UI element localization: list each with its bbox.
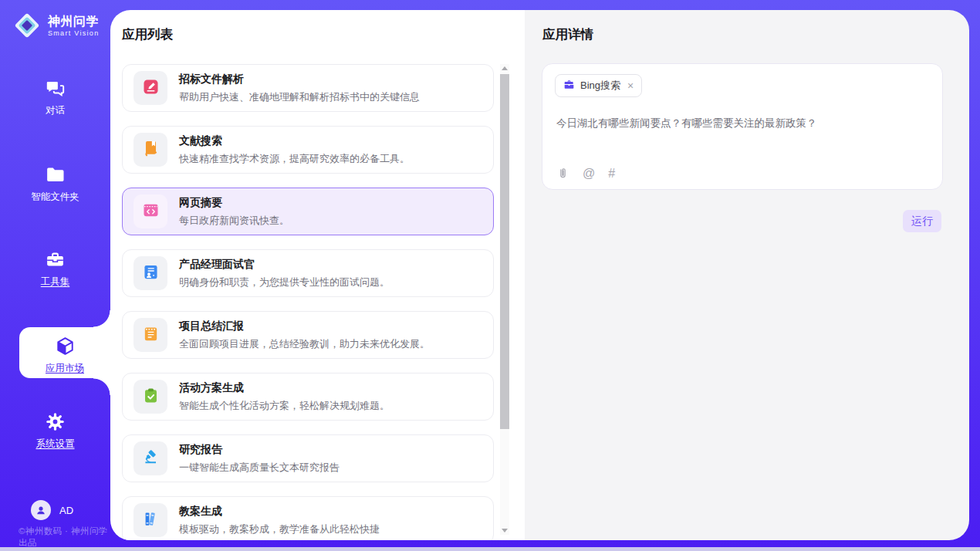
tool-tag-label: Bing搜索 bbox=[580, 79, 620, 93]
notepad-icon bbox=[142, 325, 160, 346]
app-name: 招标文件解析 bbox=[179, 73, 420, 86]
app-description: 明确身份和职责，为您提供专业性的面试问题。 bbox=[179, 276, 390, 289]
sidebar: 神州问学 Smart Vision 对话 智能文件夹 工具集 应用市场 系统设置… bbox=[0, 0, 110, 547]
app-detail-panel: 应用详情 Bing搜索 × 今日湖北有哪些新闻要点？有哪些需要关注的最新政策？ … bbox=[525, 10, 969, 540]
app-list-item[interactable]: 招标文件解析 帮助用户快速、准确地理解和解析招标书中的关键信息 bbox=[122, 64, 494, 112]
app-list-item[interactable]: 活动方案生成 智能生成个性化活动方案，轻松解决规划难题。 bbox=[122, 373, 494, 421]
scrollbar-thumb[interactable] bbox=[500, 74, 509, 429]
app-detail-title: 应用详情 bbox=[542, 26, 593, 43]
attachment-icon[interactable] bbox=[556, 167, 569, 180]
prompt-input[interactable]: 今日湖北有哪些新闻要点？有哪些需要关注的最新政策？ bbox=[556, 117, 928, 130]
user-label: AD bbox=[59, 505, 73, 516]
app-name: 产品经理面试官 bbox=[179, 258, 390, 272]
app-window: 神州问学 Smart Vision 对话 智能文件夹 工具集 应用市场 系统设置… bbox=[0, 0, 980, 551]
sidebar-item-folder[interactable]: 智能文件夹 bbox=[0, 164, 110, 204]
app-list-item[interactable]: 产品经理面试官 明确身份和职责，为您提供专业性的面试问题。 bbox=[122, 249, 494, 297]
brand-logo: 神州问学 Smart Vision bbox=[12, 10, 99, 41]
hashtag-icon[interactable]: # bbox=[608, 167, 615, 180]
app-description: 智能生成个性化活动方案，轻松解决规划难题。 bbox=[179, 399, 390, 413]
brand-subtitle: Smart Vision bbox=[48, 29, 99, 37]
app-description: 帮助用户快速、准确地理解和解析招标书中的关键信息 bbox=[179, 90, 420, 104]
app-list-item[interactable]: 教案生成 模板驱动，教案秒成，教学准备从此轻松快捷 bbox=[122, 496, 494, 540]
app-description: 快速精准查找学术资源，提高研究效率的必备工具。 bbox=[179, 152, 410, 166]
app-description: 模板驱动，教案秒成，教学准备从此轻松快捷 bbox=[179, 522, 380, 536]
books-icon bbox=[142, 510, 160, 531]
sidebar-item-cube[interactable]: 应用市场 bbox=[19, 327, 110, 378]
app-description: 全面回顾项目进展，总结经验教训，助力未来优化发展。 bbox=[179, 337, 430, 351]
app-name: 网页摘要 bbox=[179, 196, 289, 210]
chat-icon bbox=[0, 78, 110, 99]
app-description: 每日政府新闻资讯快查。 bbox=[179, 214, 289, 228]
avatar bbox=[31, 500, 51, 520]
book-icon bbox=[142, 140, 160, 161]
copyright-text: ©神州数码 · 神州问学出品 bbox=[19, 526, 110, 549]
app-name: 文献搜索 bbox=[179, 134, 410, 148]
bid-edit-icon bbox=[142, 78, 160, 99]
app-list-item[interactable]: 项目总结汇报 全面回顾项目进展，总结经验教训，助力未来优化发展。 bbox=[122, 311, 494, 359]
app-list-item[interactable]: 研究报告 一键智能生成高质量长文本研究报告 bbox=[122, 434, 494, 482]
folder-icon bbox=[0, 164, 110, 185]
webpage-code-icon bbox=[142, 201, 160, 222]
app-name: 研究报告 bbox=[179, 443, 340, 457]
app-description: 一键智能生成高质量长文本研究报告 bbox=[179, 461, 340, 475]
cube-icon bbox=[19, 336, 110, 357]
app-list-panel: 应用列表 招标文件解析 帮助用户快速、准确地理解和解析招标书中的关键信息 文献搜… bbox=[110, 10, 525, 540]
app-list-item[interactable]: 网页摘要 每日政府新闻资讯快查。 bbox=[122, 188, 494, 235]
briefcase-icon bbox=[563, 79, 575, 93]
scrollbar-up-arrow-icon[interactable] bbox=[500, 64, 509, 73]
mention-icon[interactable]: @ bbox=[583, 167, 595, 180]
composer-toolbar: @ # bbox=[556, 167, 615, 180]
app-list-item[interactable]: 文献搜索 快速精准查找学术资源，提高研究效率的必备工具。 bbox=[122, 126, 494, 174]
clipboard-check-icon bbox=[142, 387, 160, 407]
bottom-edge-strip bbox=[0, 547, 980, 551]
user-account[interactable]: AD bbox=[31, 500, 73, 520]
gear-icon bbox=[0, 411, 110, 432]
sidebar-item-gear[interactable]: 系统设置 bbox=[0, 411, 110, 451]
brand-diamond-icon bbox=[12, 10, 42, 41]
content-area: 应用列表 招标文件解析 帮助用户快速、准确地理解和解析招标书中的关键信息 文献搜… bbox=[110, 10, 969, 540]
microscope-icon bbox=[142, 448, 160, 469]
app-name: 活动方案生成 bbox=[179, 381, 390, 395]
prompt-card: Bing搜索 × 今日湖北有哪些新闻要点？有哪些需要关注的最新政策？ @ # bbox=[542, 63, 943, 190]
scrollbar[interactable] bbox=[500, 64, 509, 535]
app-card-list: 招标文件解析 帮助用户快速、准确地理解和解析招标书中的关键信息 文献搜索 快速精… bbox=[122, 64, 494, 540]
app-name: 项目总结汇报 bbox=[179, 319, 430, 333]
tool-tag-bing-search[interactable]: Bing搜索 × bbox=[555, 74, 642, 97]
brand-name: 神州问学 bbox=[48, 14, 99, 29]
app-list-title: 应用列表 bbox=[122, 26, 173, 43]
interview-icon bbox=[142, 263, 160, 284]
app-name: 教案生成 bbox=[179, 505, 380, 519]
sidebar-item-chat[interactable]: 对话 bbox=[0, 78, 110, 117]
sidebar-item-toolbox[interactable]: 工具集 bbox=[0, 249, 110, 289]
scrollbar-down-arrow-icon[interactable] bbox=[500, 526, 509, 535]
toolbox-icon bbox=[0, 249, 110, 270]
tool-tag-close-icon[interactable]: × bbox=[627, 80, 634, 91]
run-button[interactable]: 运行 bbox=[903, 210, 941, 232]
